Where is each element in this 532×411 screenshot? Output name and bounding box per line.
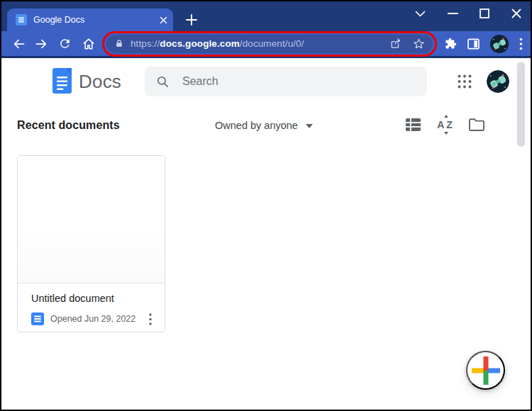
docs-file-icon: [31, 313, 44, 325]
sort-down-arrow-icon: [444, 132, 448, 135]
tab-close-icon[interactable]: [160, 16, 167, 24]
browser-menu-kebab-icon[interactable]: [519, 38, 523, 50]
docs-favicon-icon: [16, 14, 27, 26]
window-close-icon[interactable]: [509, 6, 523, 21]
reload-icon[interactable]: [53, 33, 77, 55]
url-text: https://docs.google.com/document/u/0/: [131, 38, 304, 49]
sort-up-arrow-icon: [444, 115, 448, 118]
multicolor-plus-icon: [472, 356, 500, 385]
window-minimize-icon[interactable]: [445, 6, 460, 21]
url-host: docs.google.com: [160, 38, 240, 49]
view-options: A Z: [404, 116, 485, 133]
document-thumbnail[interactable]: [18, 156, 165, 283]
window-maximize-icon[interactable]: [477, 6, 492, 21]
sort-letter-z: Z: [446, 119, 453, 130]
open-file-picker-folder-icon[interactable]: [468, 116, 485, 133]
url-scheme: https://: [131, 38, 160, 49]
url-path: /document/u/0/: [240, 38, 304, 49]
google-apps-grid-icon[interactable]: [457, 74, 472, 89]
document-card[interactable]: Untitled document Opened Jun 29, 2022: [17, 155, 165, 332]
section-title: Recent documents: [17, 119, 120, 132]
share-icon[interactable]: [389, 38, 402, 50]
toolbar-right-cluster: [445, 35, 523, 53]
lock-icon[interactable]: [114, 38, 124, 49]
search-icon: [156, 75, 170, 89]
search-bar[interactable]: [145, 67, 427, 96]
sort-letter-a: A: [437, 119, 444, 130]
annotation-red-oval: https://docs.google.com/document/u/0/: [102, 31, 437, 57]
side-panel-icon[interactable]: [467, 38, 480, 50]
browser-toolbar: https://docs.google.com/document/u/0/: [1, 31, 531, 58]
window-chevron-down-icon[interactable]: [413, 6, 427, 21]
docs-logo-icon[interactable]: [52, 68, 72, 96]
search-input[interactable]: [182, 75, 395, 88]
back-icon[interactable]: [6, 33, 30, 55]
create-new-document-fab[interactable]: [466, 351, 505, 390]
main-menu-hamburger-icon[interactable]: [17, 74, 34, 88]
tab-title: Google Docs: [33, 15, 160, 25]
home-icon[interactable]: [77, 33, 100, 55]
browser-titlebar: Google Docs: [1, 1, 531, 31]
document-info: Untitled document Opened Jun 29, 2022: [18, 283, 165, 327]
extensions-puzzle-icon[interactable]: [445, 38, 457, 50]
owner-filter-dropdown[interactable]: Owned by anyone: [215, 120, 313, 131]
browser-tab-google-docs[interactable]: Google Docs: [7, 9, 173, 31]
document-title: Untitled document: [31, 293, 157, 304]
docs-home-page: Docs Recent documents Owned by anyone A: [1, 58, 531, 407]
list-view-icon[interactable]: [404, 116, 421, 133]
profile-avatar[interactable]: [490, 35, 509, 53]
forward-icon[interactable]: [30, 33, 53, 55]
scrollbar-thumb[interactable]: [517, 62, 525, 147]
bookmark-star-icon[interactable]: [413, 38, 425, 50]
profile-avatar[interactable]: [487, 70, 509, 93]
address-bar[interactable]: https://docs.google.com/document/u/0/: [106, 35, 433, 53]
owner-filter-label: Owned by anyone: [215, 120, 298, 131]
docs-wordmark[interactable]: Docs: [79, 71, 121, 93]
document-opened-date: Opened Jun 29, 2022: [50, 314, 143, 324]
chevron-down-icon: [306, 124, 313, 128]
sort-az-icon[interactable]: A Z: [436, 116, 453, 133]
document-menu-kebab-icon[interactable]: [143, 311, 157, 327]
browser-window: Google Docs: [0, 0, 532, 411]
new-tab-icon[interactable]: [183, 11, 200, 28]
